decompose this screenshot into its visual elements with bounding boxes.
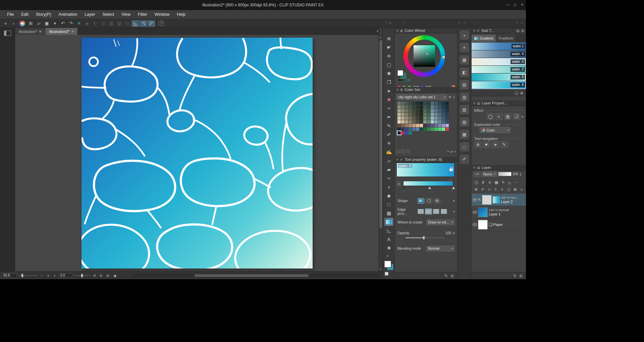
color-swatch[interactable] xyxy=(405,113,408,116)
snap-to-special-ruler-button[interactable]: ◹ xyxy=(140,20,147,27)
opacity-stepper[interactable]: ▴▾ xyxy=(453,231,454,235)
color-swatch[interactable] xyxy=(409,120,412,124)
layer-opacity-stepper[interactable]: ▴▾ xyxy=(520,173,521,176)
color-swatch[interactable] xyxy=(434,116,438,120)
color-swatch[interactable] xyxy=(434,128,438,131)
color-swatch[interactable] xyxy=(405,124,408,127)
color-swatch[interactable] xyxy=(412,113,416,116)
add-color-icon[interactable]: + xyxy=(447,150,449,153)
color-swatch[interactable] xyxy=(427,124,430,127)
material-panel-icon-5[interactable]: ▩ xyxy=(460,130,469,139)
close-button[interactable]: × xyxy=(521,2,523,7)
color-set-select[interactable]: city night sky color set 1 ▾ xyxy=(396,94,447,100)
dock-prev-icon[interactable]: ‹ xyxy=(517,21,518,25)
eraser-tool[interactable]: ▱ xyxy=(384,157,393,165)
color-swatch[interactable] xyxy=(442,109,445,112)
color-swatch[interactable] xyxy=(420,113,423,116)
import-color-set-icon[interactable]: ↧ xyxy=(453,95,455,99)
transparent-color-swatch[interactable] xyxy=(385,272,388,276)
color-swatch[interactable] xyxy=(397,120,401,124)
foreground-color-swatch[interactable] xyxy=(384,261,391,267)
edge-style-button-2[interactable] xyxy=(425,209,432,214)
color-swatch[interactable] xyxy=(409,113,412,116)
lock-icon[interactable] xyxy=(449,168,453,171)
color-swatch[interactable] xyxy=(427,116,430,120)
edge-dropdown-icon[interactable]: ▾ xyxy=(453,210,454,213)
color-swatch[interactable] xyxy=(423,102,427,105)
saturation-value-square[interactable] xyxy=(414,45,435,67)
color-swatch[interactable] xyxy=(420,116,423,120)
reset-view-button[interactable]: ⊘ xyxy=(105,274,110,278)
color-swatch[interactable] xyxy=(397,128,401,131)
effect-icon-4[interactable]: ❏ xyxy=(513,113,520,120)
color-swatch[interactable] xyxy=(401,120,405,124)
tab-overflow-icon[interactable]: ▾ xyxy=(377,29,378,33)
shape-ellipse-button[interactable] xyxy=(434,198,440,204)
color-swatch[interactable] xyxy=(409,116,412,120)
open-file-button[interactable]: ▱ xyxy=(35,20,43,27)
pen-settings-panel-icon[interactable]: ✐ xyxy=(460,155,469,164)
color-swatch[interactable] xyxy=(416,105,419,109)
sub-tool-tab-freeform[interactable]: Freeform xyxy=(496,35,516,42)
soft-eraser-tool[interactable]: ▰ xyxy=(384,165,393,174)
reselect-button[interactable]: ↻ xyxy=(91,20,99,27)
color-swatch[interactable] xyxy=(438,105,441,109)
color-swatch[interactable] xyxy=(427,113,430,116)
gradient-stop-marker[interactable] xyxy=(428,187,431,189)
zoom-out-button[interactable]: − xyxy=(39,274,44,278)
liquify-tool[interactable]: ◗ xyxy=(384,183,393,191)
color-swatch[interactable] xyxy=(405,102,408,105)
color-swatch[interactable] xyxy=(445,113,449,116)
panel-menu-icon[interactable]: ≡ xyxy=(473,166,475,169)
swatch-view-icon[interactable] xyxy=(401,149,405,153)
color-swatch[interactable] xyxy=(427,102,430,105)
swatch-size-icon[interactable] xyxy=(396,149,400,153)
gradient-stop-marker[interactable] xyxy=(402,187,405,189)
sub-tool-water-3[interactable]: water. 3 xyxy=(472,58,526,66)
color-swatch[interactable] xyxy=(412,124,416,127)
zoom-value[interactable]: 93.8 xyxy=(2,273,17,278)
color-swatch[interactable] xyxy=(434,102,438,105)
expression-color-select[interactable]: Color ▾ xyxy=(480,127,511,133)
color-swatch[interactable] xyxy=(409,102,412,105)
stop-left-icon[interactable]: ‹ xyxy=(403,189,404,192)
color-swatch[interactable] xyxy=(420,109,423,112)
process-indicator-icon[interactable]: ✳ xyxy=(75,20,83,27)
color-swatch[interactable] xyxy=(420,124,423,127)
color-swatch[interactable] xyxy=(423,116,427,120)
layer-palette-color-select[interactable]: ▭▾ xyxy=(473,172,481,177)
color-swatch[interactable] xyxy=(423,120,427,124)
color-swatch[interactable] xyxy=(397,109,401,112)
figure-tool[interactable]: □ xyxy=(384,200,393,208)
material-panel-icon-2[interactable]: ▥ xyxy=(460,93,469,102)
panel-menu-icon[interactable]: ≡ xyxy=(396,29,398,33)
layer-blend-select[interactable]: Norm... ▾ xyxy=(482,171,497,177)
reset-tool-icon[interactable]: ⊘ xyxy=(450,274,454,278)
horizontal-scroll-thumb[interactable] xyxy=(195,274,309,277)
dock-handle-icon[interactable]: ⋮ xyxy=(473,21,477,25)
layer-thumbnail[interactable] xyxy=(478,207,488,217)
add-sub-tool-icon[interactable]: ⊞ xyxy=(520,91,523,95)
color-swatch[interactable] xyxy=(409,109,412,112)
gradient-tool[interactable] xyxy=(384,218,393,226)
text-tool[interactable]: A xyxy=(384,235,393,243)
nav-back-icon[interactable]: ◀ xyxy=(112,274,117,278)
sub-tool-list-icon[interactable]: ▥ xyxy=(521,29,524,33)
color-swatch[interactable] xyxy=(431,128,434,131)
color-swatch[interactable] xyxy=(397,113,401,116)
import-sub-tool-icon[interactable]: ❏ xyxy=(515,91,518,95)
move-layer-tool[interactable]: ✛ xyxy=(384,52,393,60)
layer-toolbar-icon-b1[interactable]: ⊞ xyxy=(473,187,479,192)
effect-dropdown-icon[interactable]: ▾ xyxy=(522,115,523,118)
color-set-panel-icon[interactable]: ▦ xyxy=(460,55,469,64)
menu-select[interactable]: Select xyxy=(99,10,118,18)
color-swatch[interactable] xyxy=(423,109,427,112)
menu-file[interactable]: File xyxy=(3,10,17,18)
sub-tool-water-8[interactable]: water. 8 xyxy=(472,81,526,89)
frame-border-tool[interactable]: ▦ xyxy=(384,209,393,217)
sv-marker[interactable] xyxy=(426,52,429,55)
color-swatch[interactable] xyxy=(412,128,416,131)
tab-modified-icon[interactable] xyxy=(72,31,74,33)
layer-mask-thumbnail[interactable] xyxy=(493,196,500,203)
color-swatch[interactable] xyxy=(397,124,401,127)
